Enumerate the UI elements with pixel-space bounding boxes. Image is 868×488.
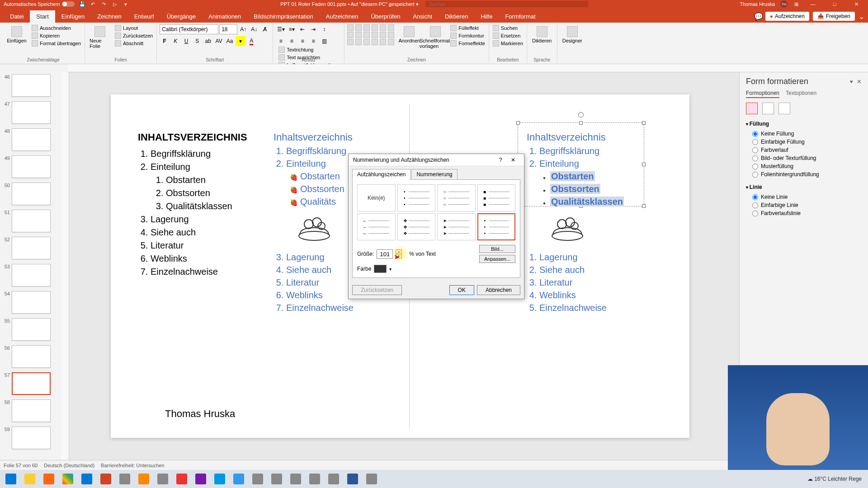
clear-formatting-button[interactable]: A̸ [260, 24, 270, 34]
shape-icon[interactable] [347, 32, 354, 38]
decrease-font-button[interactable]: A↓ [249, 24, 259, 34]
weather-widget[interactable]: ☁ 16°C Leichter Rege [807, 476, 862, 482]
thumbnail-48[interactable]: 48 [2, 128, 59, 151]
thumbnail-56[interactable]: 56 [2, 345, 59, 368]
thumbnail-49[interactable]: 49 [2, 155, 59, 178]
menu-ansicht[interactable]: Ansicht [406, 10, 439, 23]
replace-button[interactable]: Ersetzen [492, 32, 524, 39]
app-icon[interactable] [116, 471, 134, 487]
app-icon[interactable] [363, 471, 381, 487]
save-icon[interactable]: 💾 [79, 1, 85, 7]
shape-fill-button[interactable]: Fülleffekt [449, 24, 486, 32]
fill-radio-0[interactable]: Keine Füllung [746, 130, 862, 138]
app-icon[interactable] [173, 471, 191, 487]
slide-count[interactable]: Folie 57 von 60 [4, 463, 38, 468]
new-slide-button[interactable]: Neue Folie [88, 24, 112, 51]
minimize-button[interactable]: — [805, 0, 821, 8]
fill-radio-1[interactable]: Einfarbige Füllung [746, 138, 862, 146]
bold-button[interactable]: F [160, 36, 170, 46]
bullet-option-diamond[interactable]: ❖❖❖ [397, 213, 436, 240]
format-painter-button[interactable]: Format übertragen [31, 40, 82, 47]
shadow-button[interactable]: ab [203, 36, 213, 46]
maximize-button[interactable]: □ [826, 0, 843, 8]
italic-button[interactable]: K [170, 36, 180, 46]
pane-options-icon[interactable]: ▾ [850, 78, 853, 85]
resize-handle[interactable] [579, 121, 583, 125]
app-icon[interactable] [135, 471, 153, 487]
thumbnail-52[interactable]: 52 [2, 237, 59, 259]
increase-indent-button[interactable]: ⇥ [308, 24, 318, 34]
rotation-handle-icon[interactable] [578, 112, 584, 117]
shapes-gallery[interactable] [347, 24, 395, 45]
resize-handle[interactable] [642, 121, 646, 125]
shape-icon[interactable] [372, 24, 378, 31]
select-button[interactable]: Markieren [492, 40, 524, 47]
thumbnail-58[interactable]: 58 [2, 399, 59, 422]
layout-button[interactable]: Layout [114, 24, 154, 32]
share-button[interactable]: 📤Freigeben [813, 12, 855, 21]
bullet-option-disc[interactable]: ••• [397, 184, 436, 211]
bullet-option-dot[interactable]: ••• [477, 213, 516, 240]
line-section-header[interactable]: Linie [746, 184, 862, 190]
search-input[interactable] [425, 1, 588, 7]
user-name[interactable]: Thomas Hruska [740, 1, 775, 7]
underline-button[interactable]: U [181, 36, 191, 46]
outlook-icon[interactable] [78, 471, 96, 487]
thumbnail-46[interactable]: 46 [2, 74, 59, 97]
case-button[interactable]: Aa [225, 36, 235, 46]
cancel-button[interactable]: Abbrechen [477, 285, 520, 295]
shape-icon[interactable] [380, 32, 386, 38]
menu-aufzeichnen[interactable]: Aufzeichnen [320, 10, 365, 23]
user-avatar[interactable]: TH [780, 0, 788, 8]
qat-more-icon[interactable]: ▾ [123, 1, 129, 7]
language-status[interactable]: Deutsch (Deutschland) [44, 463, 94, 468]
thumbnail-51[interactable]: 51 [2, 210, 59, 232]
font-size-select[interactable] [219, 24, 237, 34]
bullets-button[interactable]: ☰▾ [276, 24, 286, 34]
section-button[interactable]: Abschnitt [114, 40, 154, 47]
align-left-button[interactable]: ≡ [276, 36, 286, 46]
ribbon-chevron-icon[interactable]: ⌄ [859, 12, 864, 21]
copy-button[interactable]: Kopieren [31, 32, 82, 39]
bullet-option-circle[interactable]: ○○○ [437, 184, 476, 211]
bullet-option-arrow[interactable]: ➤➤➤ [437, 213, 476, 240]
size-properties-icon[interactable] [778, 103, 790, 114]
dialog-help-button[interactable]: ? [494, 157, 507, 163]
designer-button[interactable]: Designer [560, 24, 585, 45]
arrange-button[interactable]: Anordnen [397, 24, 421, 45]
app-icon[interactable] [154, 471, 172, 487]
thumbnail-47[interactable]: 47 [2, 101, 59, 124]
shape-icon[interactable] [347, 24, 354, 31]
spacing-button[interactable]: AV [214, 36, 224, 46]
menu-einfügen[interactable]: Einfügen [55, 10, 91, 23]
menu-animationen[interactable]: Animationen [202, 10, 247, 23]
shape-effects-button[interactable]: Formeffekte [449, 40, 486, 47]
paste-button[interactable]: Einfügen [5, 24, 29, 45]
thumbnail-50[interactable]: 50 [2, 183, 59, 205]
resize-handle[interactable] [516, 121, 520, 125]
accessibility-status[interactable]: Barrierefreiheit: Untersuchen [101, 463, 165, 468]
menu-diktieren[interactable]: Diktieren [439, 10, 474, 23]
slide-text-col3[interactable]: Inhaltsverzeichnis BegriffsklärungEintei… [527, 131, 653, 314]
line-radio-1[interactable]: Einfarbige Linie [746, 201, 862, 209]
fill-radio-3[interactable]: Bild- oder Texturfüllung [746, 154, 862, 162]
bullet-option-square[interactable]: ■■■ [477, 184, 516, 211]
fill-line-icon[interactable] [746, 103, 758, 114]
app-icon[interactable] [268, 471, 286, 487]
shape-icon[interactable] [355, 32, 362, 38]
app-icon[interactable] [211, 471, 229, 487]
shape-icon[interactable] [355, 39, 362, 45]
reset-button[interactable]: Zurücksetzen [114, 32, 154, 39]
shape-icon[interactable] [372, 32, 378, 38]
ok-button[interactable]: OK [449, 285, 474, 295]
line-radio-2[interactable]: Farbverlaufslinie [746, 209, 862, 217]
comments-icon[interactable]: 💬 [755, 13, 762, 19]
shape-icon[interactable] [363, 39, 370, 45]
shape-icon[interactable] [380, 39, 386, 45]
thumbnail-55[interactable]: 55 [2, 318, 59, 341]
shape-icon[interactable] [347, 39, 354, 45]
ribbon-display-icon[interactable]: ⊞ [793, 1, 799, 7]
shape-icon[interactable] [380, 24, 386, 31]
app-icon[interactable] [230, 471, 248, 487]
line-radio-0[interactable]: Keine Linie [746, 193, 862, 201]
